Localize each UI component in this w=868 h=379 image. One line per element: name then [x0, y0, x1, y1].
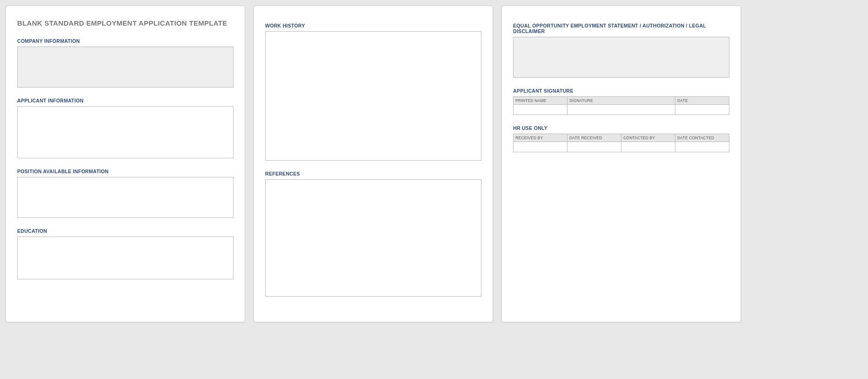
hr-col-date-contacted: DATE CONTACTED: [675, 134, 729, 142]
page-3: EQUAL OPPORTUNITY EMPLOYMENT STATEMENT /…: [501, 6, 741, 322]
hr-row: [514, 142, 729, 152]
applicant-info-label: APPLICANT INFORMATION: [17, 98, 234, 103]
company-info-label: COMPANY INFORMATION: [17, 38, 234, 44]
hr-label: HR USE ONLY: [513, 125, 729, 131]
page-2: WORK HISTORY REFERENCES: [254, 6, 493, 322]
sig-col-date: DATE: [675, 97, 729, 105]
work-history-label: WORK HISTORY: [265, 23, 481, 28]
company-info-field[interactable]: [17, 47, 234, 88]
printed-name-cell[interactable]: [514, 105, 568, 115]
work-history-field[interactable]: [265, 31, 481, 161]
sig-col-printed-name: PRINTED NAME: [514, 97, 568, 105]
date-received-cell[interactable]: [568, 142, 621, 152]
eeo-label: EQUAL OPPORTUNITY EMPLOYMENT STATEMENT /…: [513, 23, 729, 34]
signature-row: [514, 105, 729, 115]
hr-table: RECEIVED BY DATE RECEIVED CONTACTED BY D…: [513, 134, 729, 152]
signature-cell[interactable]: [568, 105, 675, 115]
applicant-info-field[interactable]: [17, 106, 234, 158]
document-title: BLANK STANDARD EMPLOYMENT APPLICATION TE…: [17, 19, 234, 27]
sig-col-signature: SIGNATURE: [568, 97, 675, 105]
references-label: REFERENCES: [265, 171, 481, 176]
education-field[interactable]: [17, 237, 234, 279]
sig-date-cell[interactable]: [675, 105, 729, 115]
signature-label: APPLICANT SIGNATURE: [513, 88, 729, 94]
hr-col-date-received: DATE RECEIVED: [568, 134, 621, 142]
position-info-label: POSITION AVAILABLE INFORMATION: [17, 169, 234, 174]
signature-table: PRINTED NAME SIGNATURE DATE: [513, 96, 729, 115]
received-by-cell[interactable]: [514, 142, 568, 152]
eeo-field[interactable]: [513, 37, 729, 78]
date-contacted-cell[interactable]: [675, 142, 729, 152]
education-label: EDUCATION: [17, 228, 234, 234]
references-field[interactable]: [265, 179, 481, 297]
position-info-field[interactable]: [17, 177, 234, 218]
hr-col-contacted-by: CONTACTED BY: [621, 134, 675, 142]
hr-col-received-by: RECEIVED BY: [514, 134, 568, 142]
contacted-by-cell[interactable]: [621, 142, 675, 152]
page-1: BLANK STANDARD EMPLOYMENT APPLICATION TE…: [6, 6, 245, 322]
